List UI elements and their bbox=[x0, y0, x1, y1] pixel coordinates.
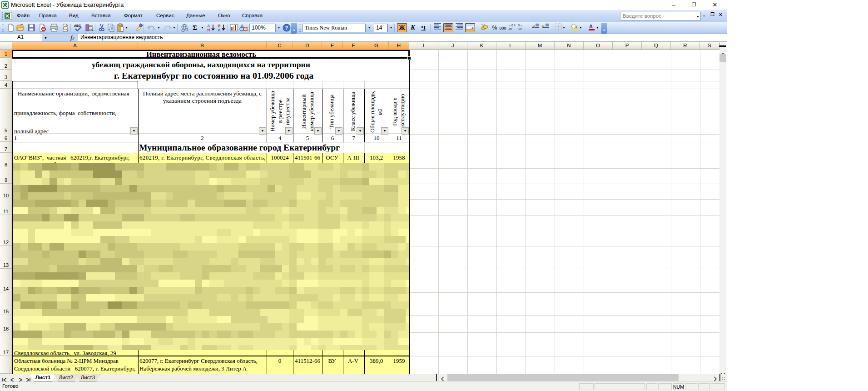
svg-text:А: А bbox=[218, 28, 221, 32]
svg-text:,00: ,00 bbox=[508, 27, 512, 30]
svg-text:Я: Я bbox=[207, 28, 210, 32]
svg-text:А: А bbox=[589, 24, 593, 29]
svg-text:ABC: ABC bbox=[74, 24, 81, 27]
svg-text:0→: 0→ bbox=[518, 24, 523, 27]
svg-text:?: ? bbox=[285, 25, 288, 30]
svg-text:→a: →a bbox=[468, 25, 474, 30]
svg-text:←0: ←0 bbox=[508, 24, 513, 27]
svg-text:,00: ,00 bbox=[518, 27, 522, 30]
svg-text:A: A bbox=[241, 24, 244, 28]
